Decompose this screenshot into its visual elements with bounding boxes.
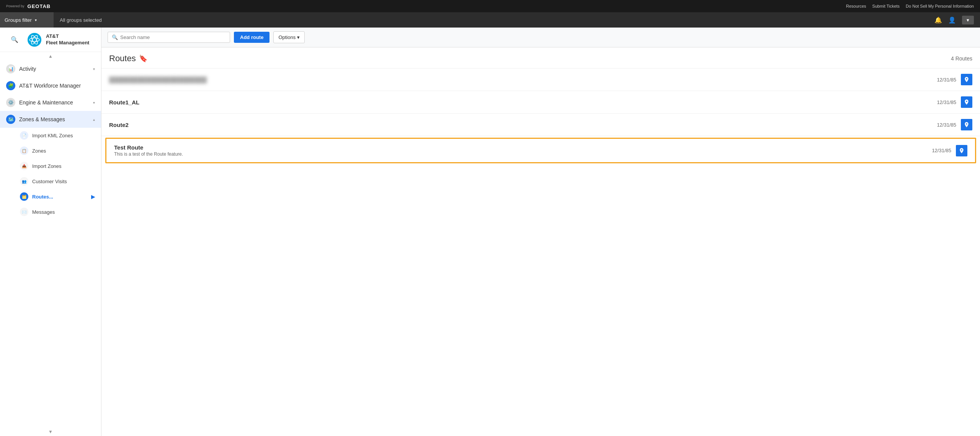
routes-title: Routes 🔖 [109,54,147,63]
zones-sub-icon: 📋 [20,146,28,155]
scroll-up-icon[interactable]: ▲ [0,52,101,60]
route-map-button[interactable] [961,74,972,85]
route-map-button[interactable] [961,119,972,130]
sidebar-item-import-kml-label: Import KML Zones [32,133,73,138]
sidebar: 🔍 AT&T Fleet Management ▲ 📊 Activity ▾ [0,28,101,436]
route-map-button[interactable] [956,145,967,156]
engine-chevron-down-icon: ▾ [93,101,95,105]
sidebar-item-activity-label: Activity [19,66,89,72]
top-nav-right: Resources Submit Tickets Do Not Sell My … [846,4,974,8]
sidebar-item-messages-label: Messages [32,209,55,215]
search-icon[interactable]: 🔍 [6,32,23,47]
sidebar-item-engine-label: Engine & Maintenance [19,99,89,106]
sidebar-item-zones-label: Zones & Messages [19,116,89,122]
svg-point-0 [28,34,41,46]
notification-bell-icon[interactable]: 🔔 [934,16,942,24]
table-row[interactable]: Route2 12/31/85 [101,114,980,136]
routes-list: ████████████████████████ 12/31/85 Route1… [101,68,980,436]
customer-visits-icon: 👥 [20,177,28,185]
content-area: 🔍 Add route Options ▾ Routes 🔖 4 Routes … [101,28,980,436]
top-nav-left: Powered by GEOTAB [6,3,51,9]
sidebar-logo-line1: AT&T [46,33,89,40]
routes-icon: 🗂️ [20,192,28,201]
messages-icon: ✉️ [20,208,28,216]
sidebar-item-routes-label: Routes... [32,194,53,200]
scroll-down-icon[interactable]: ▼ [0,428,101,436]
user-menu-label: ▾ [967,17,969,23]
groups-filter-chevron-icon: ▾ [35,18,37,22]
table-row[interactable]: Route1_AL 12/31/85 [101,91,980,114]
sidebar-item-import-zones-label: Import Zones [32,163,62,169]
sidebar-item-import-kml[interactable]: 📄 Import KML Zones [0,128,101,143]
search-box[interactable]: 🔍 [108,32,230,43]
route-date: 12/31/85 [937,122,956,128]
routes-chevron-right-icon: ▶ [91,194,95,200]
sidebar-item-workforce-label: AT&T Workforce Manager [19,83,95,89]
sidebar-item-zones[interactable]: 🗺️ Zones & Messages ▴ [0,111,101,128]
activity-chevron-down-icon: ▾ [93,67,95,71]
sidebar-item-zones-sub[interactable]: 📋 Zones [0,143,101,158]
add-route-button[interactable]: Add route [234,32,270,43]
options-chevron-icon: ▾ [297,34,300,40]
sidebar-item-customer-visits[interactable]: 👥 Customer Visits [0,174,101,189]
main-layout: 🔍 AT&T Fleet Management ▲ 📊 Activity ▾ [0,28,980,436]
sidebar-item-routes[interactable]: 🗂️ Routes... ▶ [0,189,101,204]
route-name-block: Route1_AL [109,99,937,106]
zones-chevron-down-icon: ▴ [93,117,95,122]
options-button[interactable]: Options ▾ [273,31,305,43]
sidebar-item-customer-visits-label: Customer Visits [32,179,67,184]
table-row-selected[interactable]: Test Route This is a test of the Route f… [105,138,976,163]
route-name-block: ████████████████████████ [109,76,937,83]
groups-bar: Groups filter ▾ All groups selected 🔔 👤 … [0,12,980,28]
routes-title-text: Routes [109,54,136,63]
sidebar-item-workforce[interactable]: 🧩 AT&T Workforce Manager [0,77,101,94]
att-logo [28,33,41,47]
groups-filter-label: Groups filter [5,17,32,23]
top-nav: Powered by GEOTAB Resources Submit Ticke… [0,0,980,12]
user-menu-button[interactable]: ▾ [962,16,974,24]
route-date: 12/31/85 [937,77,956,83]
activity-icon: 📊 [6,64,15,73]
route-map-button[interactable] [961,96,972,108]
sidebar-logo-line2: Fleet Management [46,40,89,46]
submit-tickets-link[interactable]: Submit Tickets [872,4,900,8]
route-name-block: Test Route This is a test of the Route f… [114,144,932,157]
route-date: 12/31/85 [937,99,956,105]
zones-icon: 🗺️ [6,115,15,124]
sidebar-nav: 📊 Activity ▾ 🧩 AT&T Workforce Manager ⚙️… [0,60,101,428]
import-kml-icon: 📄 [20,131,28,140]
sidebar-item-activity[interactable]: 📊 Activity ▾ [0,60,101,77]
routes-header: Routes 🔖 4 Routes [101,47,980,68]
groups-bar-right: 🔔 👤 ▾ [934,16,980,24]
sidebar-item-zones-sub-label: Zones [32,148,46,154]
groups-selected-text: All groups selected [54,17,108,23]
route-date: 12/31/85 [932,148,951,153]
route-name: Route2 [109,122,937,128]
search-input[interactable] [120,34,226,40]
sidebar-item-import-zones[interactable]: 📥 Import Zones [0,158,101,174]
route-name: Route1_AL [109,99,937,106]
groups-filter-button[interactable]: Groups filter ▾ [0,12,54,28]
route-name-blurred: ████████████████████████ [109,76,937,83]
engine-icon: ⚙️ [6,98,15,107]
search-input-icon: 🔍 [112,34,118,40]
table-row[interactable]: ████████████████████████ 12/31/85 [101,68,980,91]
sidebar-item-messages[interactable]: ✉️ Messages [0,204,101,220]
powered-by-text: Powered by [6,4,24,8]
workforce-icon: 🧩 [6,81,15,90]
geotab-logo: GEOTAB [28,3,51,9]
route-name: Test Route [114,144,932,151]
do-not-sell-link[interactable]: Do Not Sell My Personal Information [906,4,974,8]
sidebar-logo-text: AT&T Fleet Management [46,33,89,46]
routes-count: 4 Routes [951,55,972,62]
options-label: Options [278,34,296,40]
sidebar-header: 🔍 AT&T Fleet Management [0,28,101,52]
route-name-block: Route2 [109,122,937,128]
toolbar: 🔍 Add route Options ▾ [101,28,980,47]
import-zones-icon: 📥 [20,162,28,170]
resources-link[interactable]: Resources [846,4,866,8]
sidebar-item-engine[interactable]: ⚙️ Engine & Maintenance ▾ [0,94,101,111]
user-icon[interactable]: 👤 [948,16,956,24]
bookmark-icon: 🔖 [139,54,147,63]
route-description: This is a test of the Route feature. [114,151,932,157]
